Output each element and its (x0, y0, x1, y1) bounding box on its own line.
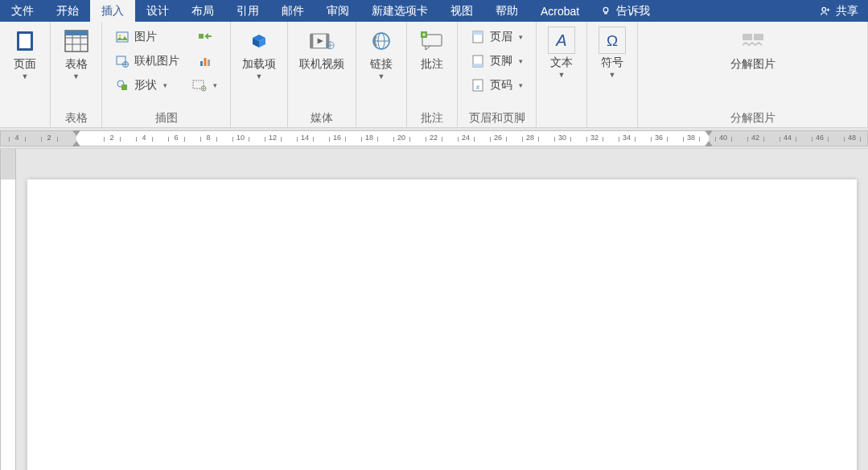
shapes-label: 形状 (134, 78, 157, 93)
horizontal-ruler[interactable]: 4224681012141618202224262830323436384042… (0, 128, 868, 149)
table-icon (64, 27, 89, 56)
page-number-button[interactable]: # 页码 ▾ (467, 75, 526, 96)
decompose-group-label: 分解图片 (644, 109, 861, 126)
tab-review[interactable]: 审阅 (315, 0, 360, 22)
document-area (0, 149, 868, 470)
svg-rect-31 (473, 31, 483, 35)
illustrations-group-label: 插图 (109, 109, 224, 126)
picture-button[interactable]: 图片 (112, 27, 183, 47)
caret-down-icon: ▼ (609, 71, 616, 79)
text-button[interactable]: A 文本 ▼ (543, 25, 580, 80)
comment-button[interactable]: 批注 (413, 25, 450, 72)
shapes-button[interactable]: 形状 ▾ (112, 75, 183, 96)
svg-rect-23 (311, 34, 314, 48)
addins-button[interactable]: 加载项 ▼ (237, 25, 281, 82)
svg-point-0 (603, 7, 608, 12)
ribbon-tabs: 文件 开始 插入 设计 布局 引用 邮件 审阅 新建选项卡 视图 帮助 Acro… (0, 0, 868, 22)
lightbulb-icon (600, 6, 611, 17)
caret-down-icon: ▾ (163, 81, 167, 89)
tab-references[interactable]: 引用 (225, 0, 270, 22)
online-picture-button[interactable]: 联机图片 (112, 51, 183, 72)
caret-down-icon: ▾ (519, 33, 523, 41)
svg-rect-15 (121, 85, 127, 90)
caret-down-icon: ▼ (378, 72, 385, 80)
footer-button[interactable]: 页脚 ▾ (467, 51, 526, 72)
link-button[interactable]: 链接 ▼ (363, 25, 400, 82)
pages-label: 页面 (14, 57, 36, 71)
online-video-label: 联机视频 (299, 57, 344, 71)
online-picture-label: 联机图片 (134, 54, 179, 68)
online-picture-icon (115, 54, 130, 68)
chart-button[interactable] (189, 51, 220, 72)
page-number-icon: # (471, 78, 485, 93)
media-group-label: 媒体 (294, 109, 349, 126)
svg-rect-12 (117, 56, 125, 64)
page-number-label: 页码 (490, 78, 512, 93)
text-icon: A (548, 27, 575, 54)
svg-rect-19 (208, 60, 210, 66)
svg-rect-9 (65, 31, 88, 35)
comment-label: 批注 (421, 57, 443, 71)
svg-rect-3 (19, 34, 31, 48)
ribbon: 页面 ▼ 表格 ▼ 表格 图片 (0, 22, 868, 128)
decompose-picture-button: 分解图片 (726, 25, 780, 72)
comments-group-label: 批注 (413, 109, 450, 126)
caret-down-icon: ▼ (558, 71, 566, 79)
svg-point-11 (119, 35, 121, 37)
tab-home[interactable]: 开始 (45, 0, 90, 22)
svg-point-1 (822, 7, 826, 11)
screenshot-icon (192, 78, 207, 93)
tab-layout[interactable]: 布局 (180, 0, 225, 22)
page-icon (12, 27, 38, 56)
tell-me-label: 告诉我 (616, 4, 650, 19)
smartart-icon (198, 30, 212, 44)
tab-mailings[interactable]: 邮件 (270, 0, 315, 22)
header-label: 页眉 (490, 30, 512, 44)
svg-text:#: # (476, 85, 479, 90)
caret-down-icon: ▼ (72, 72, 80, 80)
svg-text:Ω: Ω (607, 32, 618, 49)
header-button[interactable]: 页眉 ▾ (467, 27, 526, 47)
picture-label: 图片 (134, 30, 157, 44)
shapes-icon (115, 78, 130, 93)
footer-icon (471, 54, 485, 68)
caret-down-icon: ▼ (256, 72, 263, 80)
share-button[interactable]: 共享 (810, 0, 868, 22)
pages-button[interactable]: 页面 ▼ (6, 25, 43, 82)
svg-rect-38 (743, 34, 752, 40)
tab-design[interactable]: 设计 (135, 0, 180, 22)
decompose-icon (740, 27, 766, 56)
tab-newtab[interactable]: 新建选项卡 (360, 0, 439, 22)
svg-rect-16 (199, 34, 204, 39)
tell-me-button[interactable]: 告诉我 (590, 0, 660, 22)
header-footer-group-label: 页眉和页脚 (464, 109, 529, 126)
svg-text:A: A (555, 31, 566, 49)
tab-insert[interactable]: 插入 (90, 0, 135, 22)
document-page[interactable] (27, 179, 857, 470)
tab-acrobat[interactable]: Acrobat (529, 0, 590, 22)
omega-icon: Ω (599, 27, 626, 54)
screenshot-button[interactable]: ▾ (189, 75, 220, 96)
table-button[interactable]: 表格 ▼ (58, 25, 95, 82)
tab-help[interactable]: 帮助 (484, 0, 529, 22)
svg-rect-17 (200, 61, 203, 66)
tab-file[interactable]: 文件 (0, 0, 45, 22)
tables-group-label: 表格 (57, 109, 95, 126)
online-video-button[interactable]: 联机视频 (294, 25, 349, 72)
person-plus-icon (820, 6, 831, 17)
link-icon (368, 27, 394, 56)
header-icon (471, 30, 485, 44)
share-label: 共享 (836, 4, 858, 19)
addins-icon (246, 27, 272, 56)
caret-down-icon: ▼ (22, 72, 29, 80)
svg-rect-33 (473, 64, 483, 67)
symbol-button[interactable]: Ω 符号 ▼ (594, 25, 631, 80)
svg-rect-18 (204, 58, 206, 66)
table-label: 表格 (65, 57, 88, 71)
decompose-label: 分解图片 (730, 57, 775, 71)
picture-icon (115, 30, 130, 44)
tab-view[interactable]: 视图 (439, 0, 484, 22)
smartart-button[interactable] (189, 27, 220, 47)
vertical-ruler[interactable] (0, 149, 16, 470)
caret-down-icon: ▾ (213, 81, 217, 89)
